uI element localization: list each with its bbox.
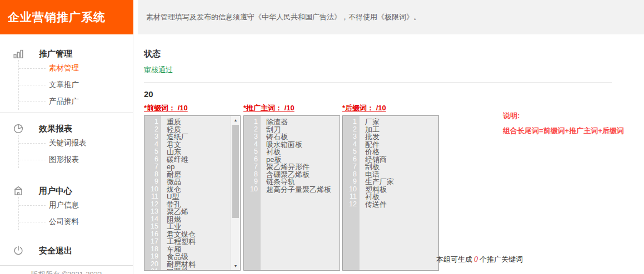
- word-item: 批发: [365, 133, 438, 141]
- sidebar-group-label: 用户中心: [39, 186, 72, 196]
- sidebar-item-user-info[interactable]: 用户信息: [19, 197, 133, 214]
- tree-connector: [19, 143, 46, 144]
- main-content: 状态 审核通过 20 *前缀词： /10 1234567891011121314…: [134, 34, 644, 274]
- tree-connector: [19, 205, 46, 206]
- sidebar-item-keyword-report[interactable]: 关键词报表: [19, 135, 133, 151]
- sidebar-group-reports[interactable]: 效果报表: [0, 123, 133, 135]
- word-item: 衬板: [266, 148, 340, 156]
- line-number: 8: [144, 171, 158, 179]
- word-item: 造纸厂: [167, 133, 231, 141]
- sidebar-submenu-reports: 关键词报表 图形报表: [18, 135, 133, 168]
- line-number: 8: [343, 171, 357, 179]
- summary-suffix: 个推广关键词: [480, 255, 523, 263]
- line-number: 16: [144, 231, 158, 239]
- word-item: 铸石板: [266, 133, 340, 141]
- line-number: 21: [144, 268, 158, 271]
- line-number: 13: [144, 208, 158, 216]
- suffix-words-box[interactable]: 123456789101112 厂家加工批发配件价格经销商刮板电话生产厂家塑料板…: [342, 115, 439, 271]
- word-item: 传送件: [365, 201, 438, 209]
- line-number: 17: [144, 238, 158, 246]
- line-number: 10: [144, 186, 158, 194]
- line-number: 20: [144, 261, 158, 268]
- line-number: 11: [144, 193, 158, 201]
- word-item: 食品级: [167, 253, 231, 261]
- line-number: 12: [144, 201, 158, 209]
- line-number: 4: [144, 141, 158, 149]
- tree-connector: [19, 222, 46, 222]
- line-number: 6: [343, 156, 357, 164]
- status-value-link[interactable]: 审核通过: [144, 65, 173, 75]
- word-item: 生产厂家: [365, 178, 438, 186]
- word-item: 耐磨: [167, 171, 231, 179]
- sidebar-item-company-profile[interactable]: 公司资料: [19, 214, 133, 230]
- line-number: 7: [244, 163, 258, 171]
- line-number: 10: [343, 186, 357, 194]
- sidebar-footer-divider: [0, 265, 133, 266]
- word-item: 山东: [167, 148, 231, 156]
- main-words-box[interactable]: 12345678910 除渣器刮刀铸石板吸水箱面板衬板pe板聚乙烯异形件含硼聚乙…: [243, 115, 340, 271]
- line-number: 8: [244, 171, 258, 179]
- prefix-words-header: *前缀词： /10: [144, 103, 241, 113]
- line-number: 9: [144, 178, 158, 186]
- line-number: 6: [144, 156, 158, 164]
- word-item: 君文煤仓: [167, 231, 231, 239]
- word-item: 聚乙烯: [167, 208, 231, 216]
- word-item: 除渣器: [266, 118, 340, 126]
- line-number: 2: [244, 126, 258, 134]
- keyword-workarea: *前缀词： /10 123456789101112131415161718192…: [144, 103, 644, 270]
- scroll-down-icon[interactable]: ▼: [231, 262, 240, 270]
- notice-text: 素材管理填写及发布的信息须遵守《中华人民共和国广告法》，不得使用《极限词》。: [146, 12, 421, 22]
- sidebar-item-article-promotion[interactable]: 文章推广: [19, 77, 133, 93]
- line-number: 1: [343, 118, 357, 126]
- power-icon: [12, 245, 26, 257]
- tree-connector: [19, 85, 46, 85]
- word-item: 工程塑料: [167, 238, 231, 246]
- sidebar-submenu-user-center: 用户信息 公司资料: [18, 197, 133, 230]
- sidebar-group-promotion[interactable]: 推广管理: [0, 48, 133, 60]
- line-number: 2: [144, 126, 158, 134]
- word-list: 除渣器刮刀铸石板吸水箱面板衬板pe板聚乙烯异形件含硼聚乙烯板链条导轨超高分子量聚…: [261, 116, 340, 193]
- word-item: 轻质: [167, 126, 231, 134]
- word-item: 重质: [167, 118, 231, 126]
- line-number: 18: [144, 246, 158, 253]
- word-item: 煤仓: [167, 186, 231, 194]
- sidebar-item-graph-report[interactable]: 图形报表: [19, 151, 133, 168]
- suffix-words-header: *后缀词： /10: [342, 103, 439, 113]
- word-item: 塑料板: [365, 186, 438, 194]
- vertical-scrollbar[interactable]: ▲ ▼: [231, 116, 240, 270]
- line-number: 3: [144, 133, 158, 141]
- line-number: 7: [144, 163, 158, 171]
- sidebar-group-user-center[interactable]: 用户中心: [0, 185, 133, 197]
- prefix-words-column: *前缀词： /10 123456789101112131415161718192…: [144, 103, 241, 271]
- line-number: 3: [343, 133, 357, 141]
- word-item: 耐磨材料: [167, 261, 231, 268]
- sidebar-group-label: 效果报表: [39, 124, 72, 134]
- line-number: 15: [144, 223, 158, 231]
- line-number: 5: [244, 148, 258, 156]
- sidebar-item-material-management[interactable]: 素材管理: [19, 60, 133, 77]
- sidebar-item-product-promotion[interactable]: 产品推广: [19, 93, 133, 110]
- word-item: 配件: [365, 141, 438, 149]
- line-number: 9: [343, 178, 357, 186]
- prefix-words-box[interactable]: 123456789101112131415161718192021 重质轻质造纸…: [144, 115, 241, 271]
- line-number: 6: [244, 156, 258, 164]
- sidebar-item-logout[interactable]: 安全退出: [0, 245, 133, 257]
- group-count: 20: [144, 89, 644, 99]
- word-item: 衬板: [365, 193, 438, 201]
- word-item: 刮刀: [266, 126, 340, 134]
- word-item: 带孔: [167, 201, 231, 209]
- line-number: 19: [144, 253, 158, 261]
- word-item: 含硼聚乙烯板: [266, 171, 340, 179]
- sidebar-group-label: 推广管理: [39, 49, 72, 59]
- app-title: 企业营销推广系统: [0, 0, 133, 34]
- word-list: 重质轻质造纸厂君文山东碳纤维ep耐磨微晶煤仓U型带孔聚乙烯阻燃工业君文煤仓工程塑…: [161, 116, 231, 271]
- scrollbar-thumb[interactable]: [232, 125, 239, 218]
- app-window: 企业营销推广系统 素材管理填写及发布的信息须遵守《中华人民共和国广告法》，不得使…: [0, 0, 644, 274]
- keyword-summary: 本组可生成0个推广关键词: [436, 255, 523, 265]
- status-label: 状态: [144, 49, 644, 59]
- scroll-up-icon[interactable]: ▲: [231, 116, 240, 124]
- word-item: 超高分子量聚乙烯板: [266, 186, 340, 194]
- summary-count: 0: [474, 255, 478, 263]
- word-item: 阻燃: [167, 216, 231, 224]
- word-item: 车厢: [167, 246, 231, 253]
